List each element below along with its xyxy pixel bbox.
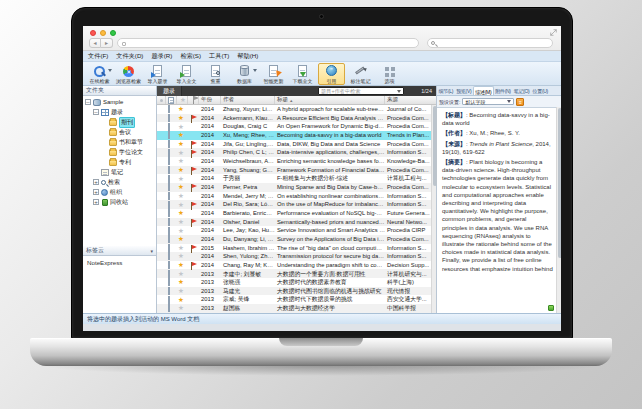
menu-item-文[interactable]: 文件(F) — [88, 52, 108, 61]
edit-style-button[interactable]: ≡ — [516, 98, 524, 106]
menu-item-文[interactable]: 文件夹(D) — [116, 52, 143, 61]
tagcloud-content[interactable]: NoteExpress — [83, 256, 156, 269]
table-row[interactable]: ★2014Xu, Meng; Rhee, Se...Becoming data-… — [157, 131, 436, 140]
detail-tab-5[interactable]: 笔记(O) — [512, 86, 531, 95]
url-bar[interactable] — [117, 38, 419, 48]
menu-item-帮[interactable]: 帮助(H) — [237, 52, 258, 61]
sidebar-item-组织[interactable]: +组织 — [83, 187, 156, 197]
table-row[interactable]: ★2014Weichselbraun, A; G...Enriching sem… — [157, 157, 436, 166]
browser-search-field[interactable] — [427, 38, 553, 48]
sidebar-item-检索[interactable]: +检索 — [83, 177, 156, 187]
star-cell[interactable]: ★ — [177, 252, 188, 260]
flag-cell[interactable] — [188, 219, 199, 225]
detail-tab-1[interactable]: 细节(L) — [437, 86, 455, 95]
star-cell[interactable]: ★ — [177, 296, 188, 304]
toolbar-button-options[interactable]: 选项 — [376, 63, 403, 85]
table-row[interactable]: ★2014Jifa, Gu; Lingling, Zh...Data, DIKW… — [157, 140, 436, 149]
toolbar-button-import-records[interactable]: 导入题录 — [144, 63, 171, 85]
sidebar-item-Sample[interactable]: –Sample — [83, 97, 156, 107]
close-button[interactable] — [90, 30, 96, 36]
star-cell[interactable]: ★ — [177, 227, 188, 235]
table-row[interactable]: ★2014Douglas, Craig CAn Open Framework f… — [157, 122, 436, 131]
table-row[interactable]: ★2014Ackermann, Klaus; A...A Resource Ef… — [157, 114, 436, 123]
table-row[interactable]: ★2013马建光大数据时代图书馆面临的机遇与挑战研究现代情报 — [157, 287, 436, 296]
table-row[interactable]: ★2014Shen, Yulong; Zhan...Transmission p… — [157, 252, 436, 261]
star-cell[interactable]: ★ — [177, 157, 188, 165]
star-cell[interactable]: ★ — [177, 209, 188, 217]
star-cell[interactable]: ★ — [177, 183, 188, 191]
back-button[interactable]: ◂ — [89, 38, 101, 48]
table-row[interactable]: ★2014Chang, Ray M; Kauf...Understanding … — [157, 261, 436, 270]
detail-tab-6[interactable]: 位置(U) — [531, 86, 549, 95]
star-cell[interactable]: ★ — [177, 166, 188, 174]
table-row[interactable]: ★2014Zhang, Xuyun; Liu,...A hybrid appro… — [157, 105, 436, 114]
star-cell[interactable]: ★ — [177, 278, 188, 286]
table-row[interactable]: ★2013张晓强大数据时代的数据素养教育科学(上海) — [157, 278, 436, 287]
sidebar-item-题录[interactable]: –题录 — [83, 107, 156, 117]
sidebar-item-书和章节[interactable]: 书和章节 — [83, 137, 156, 147]
star-cell[interactable]: ★ — [177, 175, 188, 183]
flag-cell[interactable] — [188, 184, 199, 190]
expander-icon[interactable]: – — [85, 99, 91, 105]
flag-cell[interactable] — [188, 245, 199, 251]
table-scrollbar[interactable] — [431, 105, 436, 313]
table-row[interactable]: ★2014于秀丽F-粗糙集与大数据分析-综述计算机工程与... — [157, 174, 436, 183]
toolbar-button-smart-update[interactable]: 智能更新 — [260, 63, 287, 85]
tab-records[interactable]: 题录 — [157, 86, 182, 96]
star-column-header[interactable]: ★ — [177, 96, 188, 104]
chevron-down-icon[interactable] — [108, 69, 112, 72]
expander-icon[interactable]: + — [93, 179, 99, 185]
star-cell[interactable]: ★ — [177, 192, 188, 200]
sidebar-item-期刊[interactable]: 期刊 — [83, 117, 156, 127]
star-cell[interactable]: ★ — [177, 287, 188, 295]
table-scrollbar-thumb[interactable] — [433, 106, 437, 186]
flag-cell[interactable] — [188, 262, 199, 268]
menu-item-工[interactable]: 工具(T) — [209, 52, 229, 61]
chevron-down-icon[interactable] — [253, 69, 257, 72]
flag-cell[interactable] — [188, 202, 199, 208]
detail-tab-2[interactable]: 预览(V) — [455, 86, 473, 95]
detail-tab-4[interactable]: 附件(N) — [494, 86, 512, 95]
star-cell[interactable]: ★ — [177, 114, 188, 122]
toolbar-button-cite[interactable]: ”引用 — [318, 63, 345, 85]
attachment-column-header[interactable] — [166, 96, 177, 104]
toolbar-button-download-fulltext[interactable]: 下载全文 — [289, 63, 316, 85]
sidebar-item-会议[interactable]: 会议 — [83, 127, 156, 137]
table-row[interactable]: ★2014Olsher, DanielSemantically-based pr… — [157, 218, 436, 227]
star-cell[interactable]: ★ — [177, 140, 188, 148]
menu-item-题[interactable]: 题录(R) — [151, 52, 172, 61]
title-column-header[interactable]: 标题 ▲ — [275, 96, 385, 104]
table-row[interactable]: ★2013宗威; 吴锋大数据时代下数据质量的挑战西安交通大学... — [157, 295, 436, 304]
zoom-button[interactable] — [110, 30, 116, 36]
table-row[interactable]: ★2014Del Rio, Sara; López...On the use o… — [157, 200, 436, 209]
sidebar-item-笔记[interactable]: 笔记 — [83, 167, 156, 177]
table-row[interactable]: ★2013李建中; 刘显敏大数据的一个重要方面:数据可用性计算机研究与... — [157, 269, 436, 278]
table-row[interactable]: ★2014Yang, Shuang; Guo,...Framework Form… — [157, 166, 436, 175]
source-column-header[interactable]: 来源 — [385, 96, 436, 104]
star-cell[interactable]: ★ — [177, 149, 188, 157]
flag-cell[interactable] — [188, 150, 199, 156]
sidebar-item-回收站[interactable]: +回收站 — [83, 197, 156, 207]
toolbar-button-database[interactable]: 数据库 — [231, 63, 258, 85]
table-row[interactable]: ★2014Du, Danyang; Li, Aih...Survey on th… — [157, 235, 436, 244]
star-cell[interactable]: ★ — [177, 105, 188, 113]
star-cell[interactable]: ★ — [177, 270, 188, 278]
detail-scrollbar-thumb[interactable] — [558, 108, 562, 258]
flag-cell[interactable] — [188, 141, 199, 147]
table-row[interactable]: ★2014Mendel, Jerry M; Ko...On establishi… — [157, 192, 436, 201]
sidebar-item-专利[interactable]: 专利 — [83, 157, 156, 167]
sidebar-item-学位论文[interactable]: 学位论文 — [83, 147, 156, 157]
detail-tab-3[interactable]: 综述(M) — [473, 86, 494, 95]
star-cell[interactable]: ★ — [177, 304, 188, 312]
star-cell[interactable]: ★ — [177, 261, 188, 269]
toolbar-button-browser-search[interactable]: 浏览器检索 — [115, 63, 142, 85]
search-dropdown-icon[interactable] — [397, 90, 401, 93]
toolbar-button-online-search[interactable]: 在线检索 — [86, 63, 113, 85]
table-row[interactable]: ★2014Lee, Jay; Kao, Hung-...Service Inno… — [157, 226, 436, 235]
expander-icon[interactable]: + — [93, 189, 99, 195]
toolbar-button-import-fulltext[interactable]: 导入全文 — [173, 63, 200, 85]
star-cell[interactable]: ★ — [177, 201, 188, 209]
expander-icon[interactable]: – — [93, 109, 99, 115]
flag-column-header[interactable] — [188, 96, 199, 104]
table-row[interactable]: ★2014Perner, PetraMining Sparse and Big … — [157, 183, 436, 192]
